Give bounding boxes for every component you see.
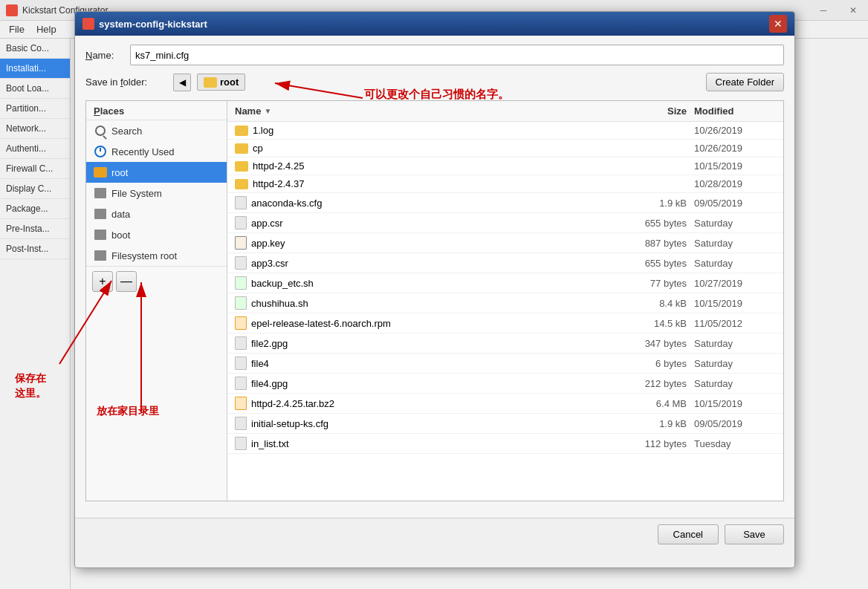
file-row[interactable]: file4.gpg 212 bytes Saturday: [227, 374, 783, 394]
file-row[interactable]: backup_etc.sh 77 bytes 10/27/2019: [227, 273, 783, 293]
sidebar-item-partition[interactable]: Partition...: [0, 99, 70, 119]
file-size-cell: 1.9 kB: [627, 198, 694, 209]
name-label: Name:: [85, 50, 123, 61]
menu-file[interactable]: File: [3, 22, 30, 36]
remove-place-button[interactable]: —: [116, 271, 137, 292]
sort-arrow: ▼: [264, 107, 271, 115]
files-header: Name ▼ Size Modified: [227, 101, 783, 122]
boot-place-icon: [94, 228, 107, 241]
place-boot[interactable]: boot: [86, 224, 227, 245]
file-row[interactable]: initial-setup-ks.cfg 1.9 kB 09/05/2019: [227, 414, 783, 434]
file-sh-icon: [235, 296, 247, 310]
root-place-icon: [94, 166, 107, 179]
file-icon: [235, 417, 247, 430]
places-actions: + —: [86, 266, 227, 296]
file-row[interactable]: app.key 887 bytes Saturday: [227, 233, 783, 253]
filename-input[interactable]: [130, 45, 784, 65]
name-column-header[interactable]: Name ▼: [235, 105, 627, 117]
size-column-header[interactable]: Size: [627, 105, 694, 117]
sidebar-item-auth[interactable]: Authenti...: [0, 139, 70, 159]
file-icon: [235, 256, 247, 270]
file-row[interactable]: app3.csr 655 bytes Saturday: [227, 253, 783, 273]
search-place-icon: [94, 124, 107, 137]
place-filesystem[interactable]: File System: [86, 183, 227, 204]
file-modified-cell: 09/05/2019: [694, 418, 776, 429]
file-row[interactable]: app.csr 655 bytes Saturday: [227, 213, 783, 233]
file-size-cell: 6 bytes: [627, 358, 694, 369]
file-row[interactable]: file2.gpg 347 bytes Saturday: [227, 333, 783, 354]
place-search[interactable]: Search: [86, 120, 227, 141]
save-button[interactable]: Save: [725, 524, 784, 544]
sidebar-item-package[interactable]: Package...: [0, 199, 70, 219]
menu-help[interactable]: Help: [30, 22, 62, 36]
file-rpm-icon: [235, 316, 247, 330]
file-row[interactable]: cp 10/26/2019: [227, 140, 783, 157]
file-icon: [235, 377, 247, 390]
sidebar-item-display[interactable]: Display C...: [0, 179, 70, 199]
file-row[interactable]: chushihua.sh 8.4 kB 10/15/2019: [227, 293, 783, 313]
place-root-label: root: [111, 167, 128, 178]
file-size-cell: 6.4 MB: [627, 398, 694, 409]
sidebar-item-installation[interactable]: Installati...: [0, 59, 70, 79]
file-modified-cell: Tuesday: [694, 438, 776, 449]
file-modified-cell: 10/27/2019: [694, 278, 776, 289]
close-button-bg[interactable]: ✕: [838, 0, 868, 21]
current-folder-name: root: [220, 77, 239, 88]
create-folder-button[interactable]: Create Folder: [706, 73, 784, 91]
folder-icon: [235, 179, 248, 189]
file-icon: [235, 357, 247, 370]
sidebar-item-bootloader[interactable]: Boot Loa...: [0, 79, 70, 99]
sidebar-item-basicco[interactable]: Basic Co...: [0, 39, 70, 59]
place-filesystemroot-label: Filesystem root: [111, 250, 177, 261]
dialog-footer: Cancel Save: [75, 518, 794, 550]
folder-back-button[interactable]: ◀: [173, 74, 191, 91]
place-recently-used[interactable]: Recently Used: [86, 141, 227, 162]
file-row[interactable]: httpd-2.4.25 10/15/2019: [227, 157, 783, 175]
file-name-cell: file4.gpg: [235, 377, 627, 390]
modified-column-header[interactable]: Modified: [694, 105, 776, 117]
app-icon: [6, 4, 18, 16]
dialog-title-left: system-config-kickstart: [82, 18, 207, 30]
save-in-label: Save in folder:: [85, 77, 167, 88]
file-name-cell: chushihua.sh: [235, 296, 627, 310]
file-pkg-icon: [235, 397, 247, 410]
filesystemroot-place-icon: [94, 249, 107, 262]
file-row[interactable]: in_list.txt 112 bytes Tuesday: [227, 434, 783, 454]
cancel-button[interactable]: Cancel: [658, 524, 719, 544]
file-row[interactable]: 1.log 10/26/2019: [227, 122, 783, 140]
current-folder-display[interactable]: root: [197, 74, 245, 91]
file-modified-cell: 10/15/2019: [694, 298, 776, 309]
sidebar-item-preinst[interactable]: Pre-Insta...: [0, 219, 70, 239]
save-dialog: system-config-kickstart ✕ Name: Save in …: [74, 11, 795, 568]
file-row[interactable]: anaconda-ks.cfg 1.9 kB 09/05/2019: [227, 193, 783, 213]
sidebar-item-firewall[interactable]: Firewall C...: [0, 159, 70, 179]
place-filesystem-label: File System: [111, 188, 162, 199]
file-row[interactable]: epel-release-latest-6.noarch.rpm 14.5 kB…: [227, 313, 783, 333]
minimize-button[interactable]: ─: [809, 0, 838, 21]
place-root[interactable]: root: [86, 162, 227, 183]
file-row[interactable]: file4 6 bytes Saturday: [227, 354, 783, 374]
places-header: Places: [86, 101, 227, 120]
file-modified-cell: Saturday: [694, 358, 776, 369]
file-row[interactable]: httpd-2.4.37 10/28/2019: [227, 175, 783, 193]
file-modified-cell: 10/28/2019: [694, 178, 776, 189]
sidebar-item-network[interactable]: Network...: [0, 119, 70, 139]
add-place-button[interactable]: +: [92, 271, 113, 292]
file-name-cell: cp: [235, 143, 627, 154]
file-name-cell: initial-setup-ks.cfg: [235, 417, 627, 430]
sidebar-item-postinst[interactable]: Post-Inst...: [0, 239, 70, 259]
place-boot-label: boot: [111, 230, 130, 241]
place-filesystemroot[interactable]: Filesystem root: [86, 245, 227, 266]
file-browser: Places Search Recently Used: [85, 100, 784, 501]
place-data[interactable]: data: [86, 204, 227, 224]
file-size-cell: 887 bytes: [627, 238, 694, 249]
dialog-close-button[interactable]: ✕: [769, 15, 787, 33]
file-name-cell: file4: [235, 357, 627, 370]
file-icon: [235, 336, 247, 350]
file-row[interactable]: httpd-2.4.25.tar.bz2 6.4 MB 10/15/2019: [227, 394, 783, 414]
file-name-cell: httpd-2.4.37: [235, 178, 627, 189]
files-panel: Name ▼ Size Modified 1.log 10/26/2019: [227, 101, 783, 501]
file-size-cell: 14.5 kB: [627, 318, 694, 329]
file-size-cell: 77 bytes: [627, 278, 694, 289]
file-name-cell: app.key: [235, 236, 627, 250]
